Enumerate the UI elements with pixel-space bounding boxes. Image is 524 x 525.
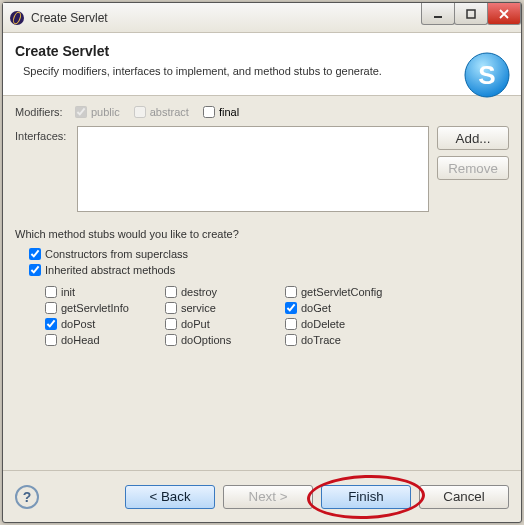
minimize-button[interactable] xyxy=(421,3,455,25)
nav-buttons: < Back Next > Finish Cancel xyxy=(125,485,509,509)
maximize-button[interactable] xyxy=(454,3,488,25)
interfaces-label: Interfaces: xyxy=(15,130,77,142)
stub-dotrace[interactable]: doTrace xyxy=(285,334,435,346)
stub-grid: init destroy getServletConfig getServlet… xyxy=(45,286,509,346)
stub-init[interactable]: init xyxy=(45,286,165,298)
header-panel: Create Servlet Specify modifiers, interf… xyxy=(3,33,521,96)
modifiers-row: Modifiers: public abstract final xyxy=(15,106,509,118)
interfaces-buttons: Add... Remove xyxy=(437,126,509,180)
dialog-footer: ? < Back Next > Finish Cancel xyxy=(3,470,521,522)
stub-getservletconfig[interactable]: getServletConfig xyxy=(285,286,435,298)
svg-text:S: S xyxy=(478,60,495,90)
back-button[interactable]: < Back xyxy=(125,485,215,509)
stub-constructors[interactable]: Constructors from superclass xyxy=(29,248,495,260)
stub-dohead[interactable]: doHead xyxy=(45,334,165,346)
stub-top-checks: Constructors from superclass Inherited a… xyxy=(29,248,509,276)
page-title: Create Servlet xyxy=(15,43,509,59)
modifier-public-checkbox xyxy=(75,106,87,118)
modifier-abstract: abstract xyxy=(134,106,189,118)
eclipse-icon xyxy=(9,10,25,26)
page-subtitle: Specify modifiers, interfaces to impleme… xyxy=(23,65,509,77)
modifier-final-checkbox[interactable] xyxy=(203,106,215,118)
stub-inherited-checkbox[interactable] xyxy=(29,264,41,276)
stub-getservletinfo[interactable]: getServletInfo xyxy=(45,302,165,314)
help-icon[interactable]: ? xyxy=(15,485,39,509)
servlet-badge-icon: S xyxy=(463,51,511,99)
dialog-window: Create Servlet Create Servlet Specify mo… xyxy=(2,2,522,523)
interfaces-listbox[interactable] xyxy=(77,126,429,212)
stub-dodelete[interactable]: doDelete xyxy=(285,318,435,330)
stub-constructors-checkbox[interactable] xyxy=(29,248,41,260)
cancel-button[interactable]: Cancel xyxy=(419,485,509,509)
interfaces-row: Interfaces: Add... Remove xyxy=(15,126,509,212)
svg-rect-2 xyxy=(434,16,442,18)
modifiers-label: Modifiers: xyxy=(15,106,75,118)
stub-dooptions[interactable]: doOptions xyxy=(165,334,285,346)
stub-doput[interactable]: doPut xyxy=(165,318,285,330)
stub-service[interactable]: service xyxy=(165,302,285,314)
title-bar-text: Create Servlet xyxy=(31,11,108,25)
stub-doget[interactable]: doGet xyxy=(285,302,435,314)
stub-dopost[interactable]: doPost xyxy=(45,318,165,330)
modifier-abstract-checkbox xyxy=(134,106,146,118)
title-bar: Create Servlet xyxy=(3,3,521,33)
method-stubs-question: Which method stubs would you like to cre… xyxy=(15,228,509,240)
stub-inherited[interactable]: Inherited abstract methods xyxy=(29,264,495,276)
remove-interface-button[interactable]: Remove xyxy=(437,156,509,180)
modifier-public: public xyxy=(75,106,120,118)
svg-rect-3 xyxy=(467,10,475,18)
modifier-final[interactable]: final xyxy=(203,106,239,118)
stub-destroy[interactable]: destroy xyxy=(165,286,285,298)
close-button[interactable] xyxy=(487,3,521,25)
add-interface-button[interactable]: Add... xyxy=(437,126,509,150)
finish-button[interactable]: Finish xyxy=(321,485,411,509)
content-area: Modifiers: public abstract final Interfa… xyxy=(3,96,521,354)
next-button[interactable]: Next > xyxy=(223,485,313,509)
